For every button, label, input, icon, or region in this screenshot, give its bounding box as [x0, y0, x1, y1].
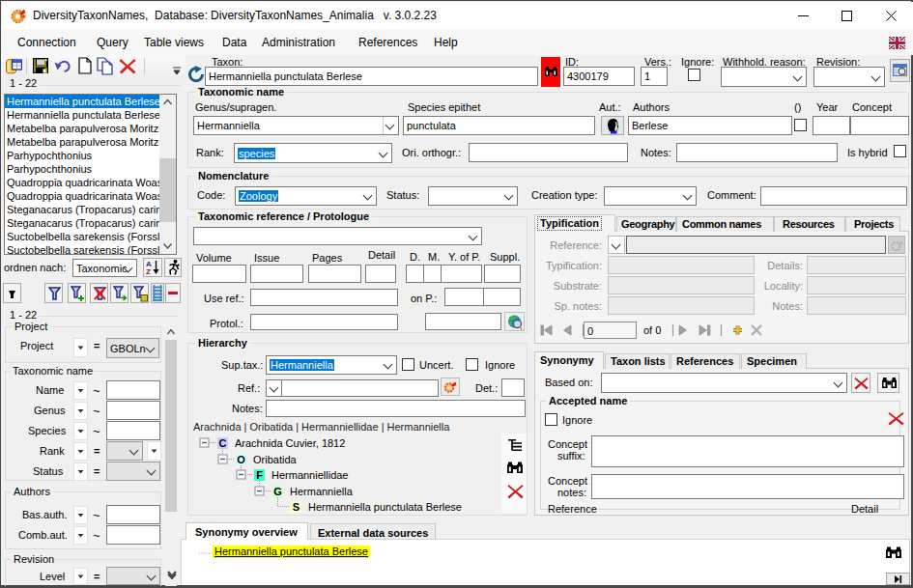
svg-text:Z: Z [146, 267, 151, 276]
